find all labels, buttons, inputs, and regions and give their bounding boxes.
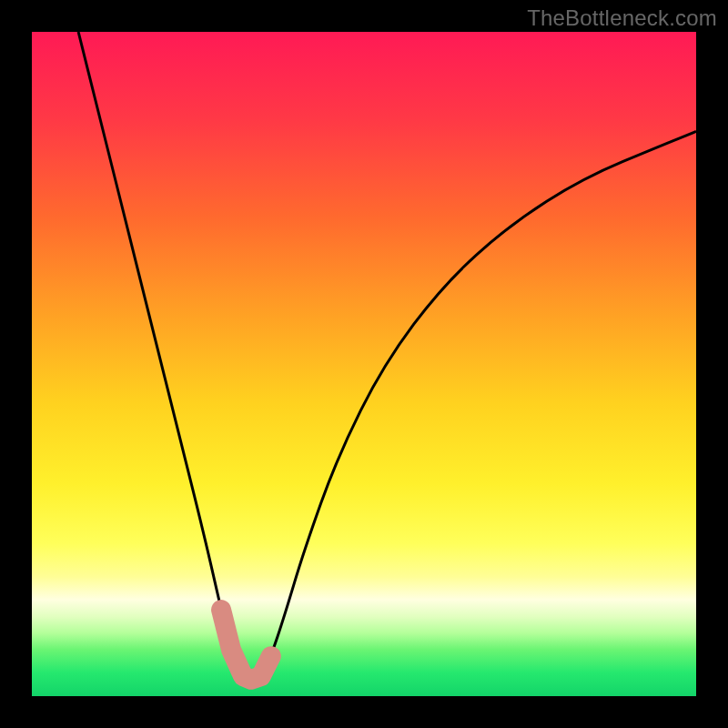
bottleneck-curve (78, 32, 696, 679)
plot-area (32, 32, 696, 696)
bottleneck-curve-svg (32, 32, 696, 696)
watermark-text: TheBottleneck.com (527, 5, 717, 31)
chart-frame: TheBottleneck.com (0, 0, 728, 728)
optimal-marker (221, 610, 271, 680)
